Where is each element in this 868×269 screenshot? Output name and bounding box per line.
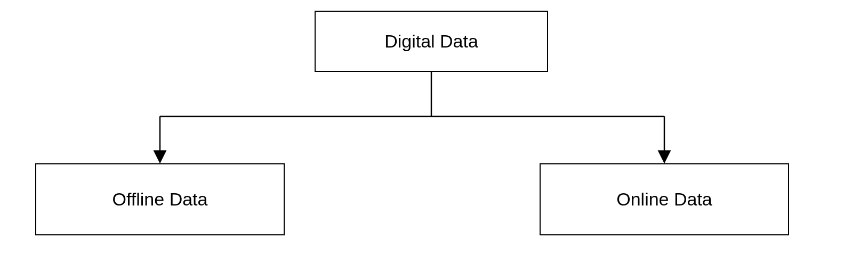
node-left: Offline Data (35, 163, 285, 235)
node-root: Digital Data (315, 11, 548, 72)
node-right: Online Data (540, 163, 789, 235)
node-root-label: Digital Data (384, 31, 478, 52)
node-left-label: Offline Data (112, 189, 208, 210)
node-right-label: Online Data (616, 189, 712, 210)
